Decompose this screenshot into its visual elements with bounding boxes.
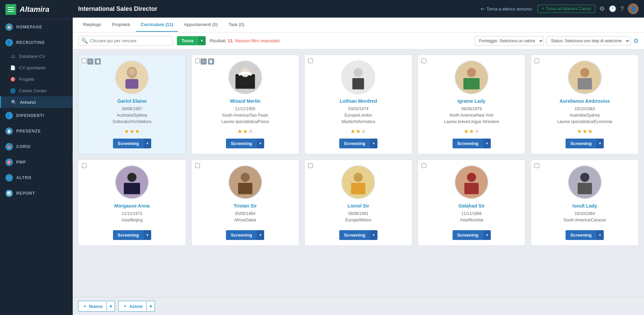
candidate-name[interactable]: Lionel Sir bbox=[348, 203, 369, 209]
screening-button[interactable]: Screening bbox=[453, 230, 483, 240]
sidebar-item-career-center[interactable]: 🌐 Career Center bbox=[0, 85, 73, 96]
screening-button[interactable]: Screening bbox=[113, 230, 144, 240]
settings-icon[interactable]: ⚙ bbox=[599, 5, 605, 13]
screening-dropdown[interactable]: ▾ bbox=[596, 230, 604, 240]
screening-dropdown[interactable]: ▾ bbox=[144, 230, 151, 240]
screening-dropdown[interactable]: ▾ bbox=[370, 230, 377, 240]
sidebar-item-pmp[interactable]: 🎯 PMP bbox=[0, 154, 73, 170]
sidebar-item-recruiting[interactable]: 👤 RECRUITING bbox=[0, 35, 73, 50]
screening-button[interactable]: Screening bbox=[226, 139, 257, 148]
back-button[interactable]: ↩ Torna a elenco annunci bbox=[481, 6, 532, 11]
score-select[interactable]: Punteggio: Seleziona un valore bbox=[475, 36, 544, 46]
screening-button[interactable]: Screening bbox=[113, 139, 144, 148]
search-input[interactable] bbox=[90, 38, 158, 43]
sidebar-item-presenze[interactable]: 📋 PRESENZE bbox=[0, 123, 73, 139]
candidate-avatar bbox=[115, 165, 149, 199]
candidate-card: Iseult Lady 10/10/1984 South America/Car… bbox=[531, 160, 639, 246]
tab-curriculum[interactable]: Curriculum (11) bbox=[136, 18, 178, 32]
card-checkbox[interactable] bbox=[308, 58, 313, 63]
candidate-card: Galahad Sir 11/11/1966 Asia/Mumbai Scree… bbox=[418, 160, 526, 246]
candidate-info: 03/03/1974 Europe/London Master/Informat… bbox=[342, 106, 375, 125]
sidebar-item-progetti[interactable]: 🎯 Progetti bbox=[0, 73, 73, 85]
screening-button[interactable]: Screening bbox=[566, 230, 596, 240]
nuovo-dropdown[interactable]: ▾ bbox=[107, 301, 115, 312]
annunci-icon: 🔍 bbox=[11, 99, 17, 105]
trova-dropdown[interactable]: ▾ bbox=[198, 36, 206, 45]
candidate-name[interactable]: Aurelianus Ambrosius bbox=[559, 98, 610, 104]
card-icon-2: 📄 bbox=[95, 58, 101, 65]
tab-appuntamenti[interactable]: Appuntamenti (0) bbox=[179, 18, 223, 32]
card-checkbox[interactable] bbox=[534, 163, 539, 168]
sidebar-item-homepage[interactable]: 🏠 HOMEPAGE bbox=[0, 19, 73, 35]
tab-task[interactable]: Task (0) bbox=[224, 18, 249, 32]
screening-dropdown[interactable]: ▾ bbox=[370, 139, 377, 148]
screening-dropdown[interactable]: ▾ bbox=[483, 230, 491, 240]
candidate-info: 10/10/1984 South America/Caracas bbox=[564, 211, 606, 223]
screening-dropdown[interactable]: ▾ bbox=[257, 139, 264, 148]
sidebar-item-report[interactable]: 📊 REPORT bbox=[0, 186, 73, 201]
svg-point-23 bbox=[354, 173, 363, 182]
azioni-button[interactable]: ＋ Azioni bbox=[118, 301, 147, 312]
candidate-name[interactable]: Garlot Elaine bbox=[117, 98, 146, 104]
sidebar-item-cv-spontanei[interactable]: 📄 CV spontanei bbox=[0, 62, 73, 73]
sidebar-item-dipendenti[interactable]: 👥 DIPENDENTI bbox=[0, 108, 73, 123]
hamburger-button[interactable] bbox=[5, 4, 16, 15]
star-1: ★ bbox=[464, 128, 468, 135]
candidate-card: Igraine Lady 06/06/1979 North America/Ne… bbox=[418, 55, 526, 154]
report-icon: 📊 bbox=[5, 190, 13, 197]
candidate-card: ☑ 📄 Wizard Merlin 11/11/1955 South Ameri… bbox=[191, 55, 299, 154]
azioni-dropdown[interactable]: ▾ bbox=[147, 301, 155, 312]
status-select[interactable]: Status: Seleziona uno step di selezione bbox=[547, 36, 630, 46]
help-icon[interactable]: ? bbox=[620, 5, 624, 13]
star-3: ★ bbox=[588, 128, 593, 135]
results-info: Risultati: 11. Nessun filtro impostato bbox=[210, 38, 470, 43]
candidate-avatar bbox=[568, 60, 602, 94]
candidate-info: 11/11/1966 Asia/Mumbai bbox=[460, 211, 483, 223]
card-checkbox[interactable] bbox=[82, 58, 87, 63]
card-checkbox[interactable] bbox=[195, 163, 200, 168]
screening-button[interactable]: Screening bbox=[339, 139, 370, 148]
card-checkbox[interactable] bbox=[82, 163, 87, 168]
screening-button[interactable]: Screening bbox=[226, 230, 257, 240]
sidebar-item-corsi[interactable]: 📚 CORSI bbox=[0, 139, 73, 154]
card-checkbox[interactable] bbox=[534, 58, 539, 63]
screening-dropdown[interactable]: ▾ bbox=[596, 139, 604, 148]
candidate-name[interactable]: Morgause Anna bbox=[114, 203, 150, 209]
tab-proprieta[interactable]: Proprietà bbox=[107, 18, 135, 32]
candidate-name[interactable]: Lothian Mordred bbox=[340, 98, 377, 104]
card-checkbox[interactable] bbox=[421, 58, 426, 63]
sidebar-item-database-cv[interactable]: 🗂 Database CV bbox=[0, 50, 73, 62]
clock-icon[interactable]: 🕐 bbox=[609, 5, 616, 13]
star-2: ★ bbox=[356, 128, 361, 135]
screening-button[interactable]: Screening bbox=[453, 139, 483, 148]
sidebar-item-altro[interactable]: ⋯ ALTRO bbox=[0, 170, 73, 186]
candidate-name[interactable]: Tristan Sir bbox=[234, 203, 257, 209]
avatar[interactable]: 👤 bbox=[628, 3, 639, 14]
candidate-name[interactable]: Wizard Merlin bbox=[230, 98, 260, 104]
screening-button[interactable]: Screening bbox=[339, 230, 370, 240]
star-2: ★ bbox=[582, 128, 587, 135]
screening-dropdown[interactable]: ▾ bbox=[483, 139, 491, 148]
candidate-name[interactable]: Iseult Lady bbox=[572, 203, 597, 209]
candidate-name[interactable]: Igraine Lady bbox=[458, 98, 485, 104]
candidate-name[interactable]: Galahad Sir bbox=[458, 203, 485, 209]
card-checkbox[interactable] bbox=[308, 163, 313, 168]
card-checkbox[interactable] bbox=[421, 163, 426, 168]
classic-button[interactable]: ↗ Torna ad Altamira Classic bbox=[537, 5, 595, 13]
screening-dropdown[interactable]: ▾ bbox=[257, 230, 264, 240]
sidebar-section-dipendenti: 👥 DIPENDENTI bbox=[0, 108, 73, 123]
sidebar-item-annunci[interactable]: 🔍 Annunci bbox=[0, 96, 73, 108]
trova-button[interactable]: Trova bbox=[177, 36, 198, 45]
tab-riepilogo[interactable]: Riepilogo bbox=[78, 18, 106, 32]
sidebar-section-pmp: 🎯 PMP bbox=[0, 154, 73, 170]
sidebar-collapse-arrow[interactable]: ‹ bbox=[72, 151, 73, 164]
sidebar-section-report: 📊 REPORT bbox=[0, 186, 73, 201]
card-checkbox[interactable] bbox=[195, 58, 200, 63]
candidate-card: Lionel Sir 08/08/1991 Europe/Milano Scre… bbox=[304, 160, 412, 246]
nuovo-button[interactable]: ＋ Nuovo bbox=[78, 301, 107, 312]
screening-button[interactable]: Screening bbox=[566, 139, 596, 148]
star-2: ★ bbox=[130, 128, 134, 135]
screening-dropdown[interactable]: ▾ bbox=[144, 139, 151, 148]
star-2: ★ bbox=[243, 128, 248, 135]
filter-settings-icon[interactable]: ⚙ bbox=[633, 37, 639, 45]
